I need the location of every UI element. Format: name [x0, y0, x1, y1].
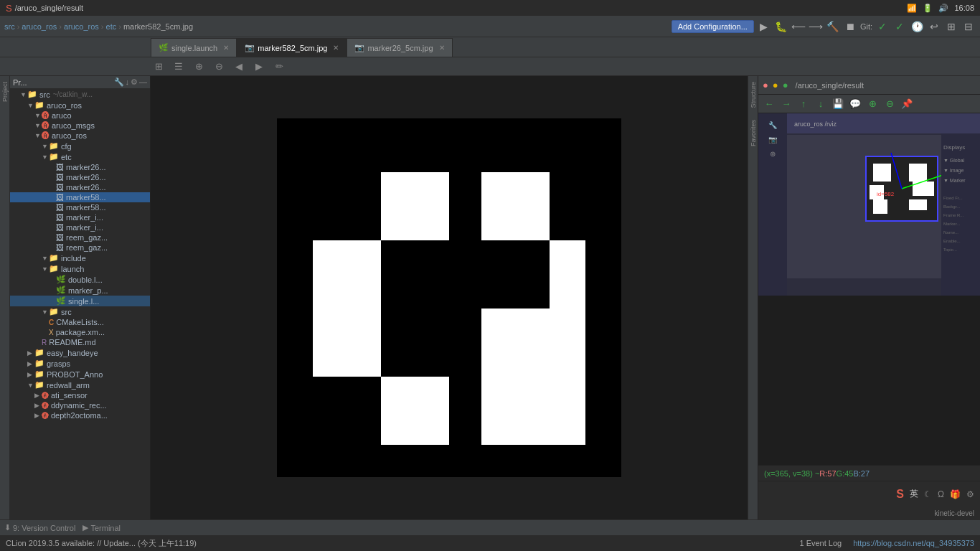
tree-item-marker26-3[interactable]: 🖼 marker26... — [10, 182, 150, 192]
rp-zoom-in-icon[interactable]: ⊕ — [864, 96, 880, 112]
tab-icon-single: 🌿 — [159, 43, 169, 52]
list-view-icon[interactable]: ☰ — [171, 59, 187, 75]
rp-back-icon[interactable]: ← — [761, 96, 777, 112]
tree-icon3[interactable]: ⚙ — [131, 77, 138, 87]
tree-item-aruco-ros2[interactable]: ▼ 🅐 aruco_ros — [10, 131, 150, 141]
right-panel: ● ● ● /aruco_single/result ← → ↑ ↓ 💾 💬 ⊕… — [758, 76, 980, 519]
tree-item-reem1[interactable]: 🖼 reem_gaz... — [10, 232, 150, 242]
branch-bar: kinetic-devel — [758, 507, 980, 519]
tree-item-marker-i1[interactable]: 🖼 marker_i... — [10, 212, 150, 222]
tree-item-cmake[interactable]: C CMakeLists... — [10, 317, 150, 327]
tree-item-src2[interactable]: ▼ 📁 src — [10, 306, 150, 317]
git-settings-icon[interactable]: ⊞ — [944, 19, 958, 34]
tree-item-single-launch[interactable]: 🌿 single.l... — [10, 296, 150, 306]
aruco-marker-svg — [277, 118, 621, 477]
tree-item-package[interactable]: X package.xm... — [10, 327, 150, 337]
tree-item-ati[interactable]: ▶ 🅐 ati_sensor — [10, 390, 150, 400]
svg-rect-17 — [873, 164, 891, 182]
bc-src[interactable]: src — [4, 22, 15, 31]
right-arrow-icon[interactable]: ▶ — [251, 59, 267, 75]
tab-close-single[interactable]: ✕ — [223, 44, 229, 52]
project-label[interactable]: Project — [1, 82, 9, 102]
svg-rect-3 — [313, 240, 381, 309]
back-icon[interactable]: ⟵ — [791, 19, 806, 34]
tab-close-marker582[interactable]: ✕ — [333, 44, 339, 52]
cn-text: 英 — [910, 488, 918, 500]
git-tick-icon[interactable]: ✓ — [892, 19, 907, 34]
version-control-tab[interactable]: ⬇ 9: Version Control — [4, 523, 75, 532]
gift-icon: 🎁 — [950, 489, 961, 499]
forward-icon[interactable]: ⟶ — [809, 19, 823, 34]
tab-single-launch[interactable]: 🌿 single.launch ✕ — [151, 38, 237, 57]
tree-item-marker26-1[interactable]: 🖼 marker26... — [10, 162, 150, 172]
debug-icon[interactable]: 🐛 — [774, 19, 788, 34]
tree-item-etc[interactable]: ▼ 📁 etc — [10, 151, 150, 162]
git-expand-icon[interactable]: ⊟ — [961, 19, 976, 34]
rp-down-icon[interactable]: ↓ — [813, 96, 829, 112]
panel-maximize-button[interactable]: ● — [783, 80, 788, 90]
panel-minimize-button[interactable]: ● — [773, 80, 778, 90]
rp-zoom-out-icon[interactable]: ⊖ — [882, 96, 897, 112]
structure-tab[interactable]: Structure — [750, 82, 757, 108]
tree-actions: 🔧 ↓ ⚙ — — [114, 77, 148, 87]
git-check-icon[interactable]: ✓ — [875, 19, 890, 34]
tabs-bar: 🌿 single.launch ✕ 📷 marker582_5cm.jpg ✕ … — [0, 37, 980, 57]
tree-item-marker-i2[interactable]: 🖼 marker_i... — [10, 222, 150, 232]
git-revert-icon[interactable]: ↩ — [927, 19, 941, 34]
tree-item-easy-handeye[interactable]: ▶ 📁 easy_handeye — [10, 347, 150, 358]
tree-item-reem2[interactable]: 🖼 reem_gaz... — [10, 242, 150, 253]
tab-close-marker26[interactable]: ✕ — [439, 44, 445, 52]
csdn-url[interactable]: https://blog.csdn.net/qq_34935373 — [853, 539, 974, 547]
app-icon: S — [6, 3, 12, 14]
build-icon[interactable]: 🔨 — [826, 19, 840, 34]
tree-icon4[interactable]: — — [139, 77, 147, 87]
icon-toolbar: ⊞ ☰ ⊕ ⊖ ◀ ▶ ✏ — [0, 57, 980, 76]
bc-aruco-ros1[interactable]: aruco_ros — [22, 22, 57, 31]
rp-up-icon[interactable]: ↑ — [796, 96, 811, 112]
rp-save-icon[interactable]: 💾 — [830, 96, 846, 112]
tree-item-launch[interactable]: ▼ 📁 launch — [10, 263, 150, 274]
tree-item-marker58-2[interactable]: 🖼 marker58... — [10, 202, 150, 212]
tree-item-ddynamic[interactable]: ▶ 🅐 ddynamic_rec... — [10, 400, 150, 410]
tree-item-src[interactable]: ▼ 📁 src ~/catkin_w... — [10, 89, 150, 100]
bc-etc[interactable]: etc — [106, 22, 117, 31]
panel-image-svg: 🔧 📷 ⊕ id=582 — [758, 113, 980, 296]
tree-item-marker-p[interactable]: 🌿 marker_p... — [10, 285, 150, 296]
tree-item-redwall[interactable]: ▼ 📁 redwall_arm — [10, 380, 150, 390]
tree-item-include[interactable]: ▼ 📁 include — [10, 253, 150, 263]
zoom-in-icon[interactable]: ⊕ — [191, 59, 207, 75]
tree-item-double-launch[interactable]: 🌿 double.l... — [10, 274, 150, 285]
zoom-out-icon[interactable]: ⊖ — [211, 59, 227, 75]
favorites-tab[interactable]: Favorites — [750, 120, 757, 146]
tree-item-marker26-2[interactable]: 🖼 marker26... — [10, 172, 150, 182]
left-arrow-icon[interactable]: ◀ — [231, 59, 247, 75]
rp-forward-icon[interactable]: → — [778, 96, 794, 112]
grid-view-icon[interactable]: ⊞ — [151, 59, 166, 75]
tree-item-grasps[interactable]: ▶ 📁 grasps — [10, 358, 150, 369]
tree-item-depth2octo[interactable]: ▶ 🅐 depth2octoma... — [10, 410, 150, 420]
tree-item-aruco[interactable]: ▼ 🅐 aruco — [10, 110, 150, 121]
tree-item-aruco-ros[interactable]: ▼ 📁 aruco_ros — [10, 100, 150, 110]
bc-aruco-ros2[interactable]: aruco_ros — [64, 22, 99, 31]
csdn-icon: S — [896, 488, 904, 501]
stop-icon[interactable]: ⏹ — [843, 19, 857, 34]
rp-pin-icon[interactable]: 📌 — [899, 96, 915, 112]
tab-marker26[interactable]: 📷 marker26_5cm.jpg ✕ — [347, 38, 452, 57]
tree-item-aruco-msgs[interactable]: ▼ 🅐 aruco_msgs — [10, 121, 150, 131]
event-log[interactable]: 1 Event Log — [799, 539, 842, 547]
bc-file[interactable]: marker582_5cm.jpg — [123, 22, 193, 31]
run-icon[interactable]: ▶ — [757, 19, 771, 34]
rp-comment-icon[interactable]: 💬 — [847, 96, 863, 112]
tree-item-marker58-selected[interactable]: 🖼 marker58... — [10, 192, 150, 202]
tree-item-probot[interactable]: ▶ 📁 PROBOT_Anno — [10, 369, 150, 380]
tree-icon1[interactable]: 🔧 — [114, 77, 124, 87]
git-history-icon[interactable]: 🕐 — [910, 19, 924, 34]
tree-item-readme[interactable]: R README.md — [10, 337, 150, 347]
tree-icon2[interactable]: ↓ — [126, 77, 130, 87]
pencil-icon[interactable]: ✏ — [271, 59, 287, 75]
add-config-button[interactable]: Add Configuration... — [672, 20, 754, 33]
tab-marker582[interactable]: 📷 marker582_5cm.jpg ✕ — [237, 38, 347, 57]
panel-close-button[interactable]: ● — [763, 80, 768, 90]
terminal-tab[interactable]: ▶ Terminal — [83, 523, 121, 532]
tree-item-cfg[interactable]: ▼ 📁 cfg — [10, 141, 150, 151]
